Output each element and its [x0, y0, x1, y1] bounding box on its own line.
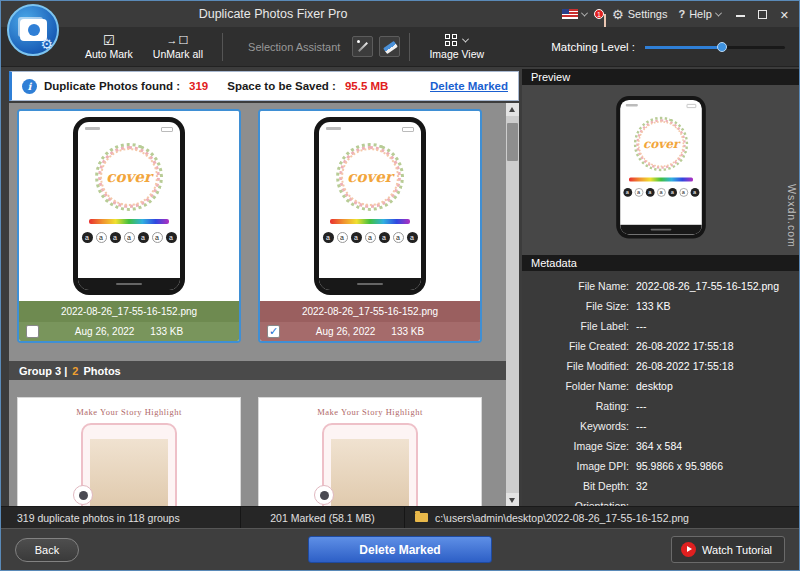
photo-date: Aug 26, 2022: [75, 326, 135, 337]
font-style-dot: a: [110, 232, 121, 243]
us-flag-icon: [562, 9, 578, 19]
phone-navbar: [620, 225, 702, 235]
font-style-dot: a: [124, 232, 135, 243]
story-title-text: Make Your Story Highlight: [317, 407, 423, 417]
metadata-value: desktop: [636, 380, 673, 392]
metadata-row: Keywords: ---: [522, 416, 799, 436]
font-style-dot: a: [645, 188, 654, 197]
watch-tutorial-label: Watch Tutorial: [702, 544, 772, 556]
delete-marked-link[interactable]: Delete Marked: [430, 80, 508, 92]
metadata-header: Metadata: [522, 255, 799, 271]
metadata-label: File Created:: [522, 340, 636, 352]
preview-phone-mockup: cover aaaaaaa: [616, 96, 706, 238]
photo-card[interactable]: cover aaaaaaa 2022-08-26_17-55-16-152.pn…: [17, 109, 241, 343]
font-style-dot: a: [379, 232, 390, 243]
slider-handle[interactable]: [717, 42, 727, 52]
metadata-row: File Modified: 26-08-2022 17:55:18: [522, 356, 799, 376]
toolbar: Auto Mark UnMark all Selection Assistant…: [1, 27, 799, 67]
auto-mark-button[interactable]: Auto Mark: [75, 33, 143, 61]
story-phone-graphic: [322, 423, 418, 506]
group-suffix: Photos: [83, 365, 120, 377]
found-value: 319: [189, 80, 208, 92]
preview-area: cover aaaaaaa: [522, 85, 799, 255]
phone-navbar: [319, 278, 421, 290]
story-photo: [90, 439, 168, 506]
metadata-row: Image DPI: 95.9866 x 95.9866: [522, 456, 799, 476]
photo-filename: 2022-08-26_17-55-16-152.png: [19, 301, 239, 322]
rainbow-bar: [89, 219, 169, 224]
scroll-up-button[interactable]: [506, 103, 519, 116]
photo-checkbox[interactable]: [267, 325, 280, 338]
scrollbar-thumb[interactable]: [507, 123, 518, 161]
watch-tutorial-button[interactable]: Watch Tutorial: [671, 536, 785, 563]
help-menu[interactable]: Help: [678, 8, 720, 20]
delete-marked-button[interactable]: Delete Marked: [308, 536, 492, 563]
font-style-dot: a: [407, 232, 418, 243]
metadata-label: File Size:: [522, 300, 636, 312]
story-photo: [331, 439, 409, 506]
font-style-dot: a: [138, 232, 149, 243]
cover-text: cover: [642, 137, 678, 151]
close-button[interactable]: [780, 5, 789, 23]
photo-size: 133 KB: [391, 326, 424, 337]
font-style-dot: a: [337, 232, 348, 243]
help-label: Help: [689, 8, 712, 20]
eraser-button[interactable]: [379, 36, 400, 57]
photo-checkbox[interactable]: [26, 325, 39, 338]
auto-mark-icon: [103, 34, 115, 47]
chevron-down-icon: [581, 9, 588, 16]
font-style-dot: a: [323, 232, 334, 243]
watermark-text: Wsxdn.com: [786, 184, 798, 248]
wreath-graphic: cover: [636, 119, 686, 169]
phone-mockup: cover aaaaaaa: [73, 117, 185, 295]
photo-size: 133 KB: [150, 326, 183, 337]
metadata-row: Folder Name: desktop: [522, 376, 799, 396]
grid-view-icon: [445, 34, 457, 46]
metadata-row: File Name: 2022-08-26_17-55-16-152.png: [522, 276, 799, 296]
scroll-down-button[interactable]: [506, 493, 519, 506]
maximize-button[interactable]: [758, 10, 767, 19]
minimize-button[interactable]: [736, 15, 745, 17]
folder-icon: [415, 513, 428, 522]
metadata-value: 26-08-2022 17:55:18: [636, 340, 734, 352]
group-label: Group 3 |: [19, 365, 67, 377]
rainbow-bar: [629, 178, 693, 182]
metadata-label: Keywords:: [522, 420, 636, 432]
image-view-button[interactable]: Image View: [419, 33, 494, 61]
toolbar-separator: [222, 33, 223, 61]
phone-statusbar: [84, 126, 174, 131]
language-selector[interactable]: [562, 9, 587, 19]
metadata-label: Rating:: [522, 400, 636, 412]
settings-menu[interactable]: Settings: [612, 7, 667, 22]
photo-card[interactable]: Make Your Story Highlight: [258, 397, 482, 506]
vertical-scrollbar[interactable]: [506, 103, 519, 506]
story-badge-icon: [73, 485, 93, 505]
photo-grid: cover aaaaaaa 2022-08-26_17-55-16-152.pn…: [9, 103, 519, 506]
font-style-dot: a: [96, 232, 107, 243]
app-logo: [7, 4, 59, 56]
rainbow-bar: [330, 219, 410, 224]
photo-card[interactable]: cover aaaaaaa 2022-08-26_17-55-16-152.pn…: [258, 109, 482, 343]
cover-text: cover: [347, 168, 392, 186]
metadata-label: Image DPI:: [522, 460, 636, 472]
window-title: Duplicate Photos Fixer Pro: [199, 7, 348, 21]
status-marked: 201 Marked (58.1 MB): [241, 507, 405, 528]
metadata-value: 364 x 584: [636, 440, 682, 452]
status-summary: 319 duplicate photos in 118 groups: [1, 507, 241, 528]
unmark-all-icon: [167, 34, 190, 47]
magic-wand-button[interactable]: [352, 36, 373, 57]
font-style-dot: a: [82, 232, 93, 243]
matching-level-slider[interactable]: [645, 41, 785, 53]
photo-thumbnail: cover aaaaaaa: [260, 111, 480, 301]
logo-gear-icon: [40, 36, 53, 52]
story-phone-graphic: [81, 423, 177, 506]
font-style-dot: a: [365, 232, 376, 243]
back-button[interactable]: Back: [15, 538, 79, 562]
photo-thumbnail: cover aaaaaaa: [19, 111, 239, 301]
photo-card[interactable]: Make Your Story Highlight: [17, 397, 241, 506]
font-style-dot: a: [667, 188, 676, 197]
metadata-label: Image Size:: [522, 440, 636, 452]
cover-text: cover: [106, 168, 151, 186]
unmark-all-button[interactable]: UnMark all: [143, 33, 213, 61]
font-style-dot: a: [351, 232, 362, 243]
